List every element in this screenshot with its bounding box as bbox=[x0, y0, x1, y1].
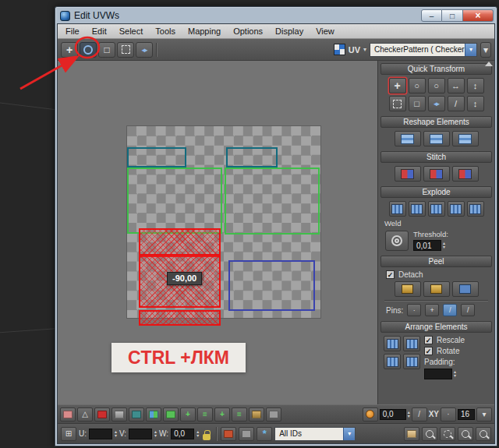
menu-view[interactable]: View bbox=[310, 25, 341, 38]
maximize-button[interactable]: □ bbox=[442, 9, 463, 22]
menu-tools[interactable]: Tools bbox=[149, 25, 182, 38]
shrink-selection-button[interactable]: + bbox=[214, 407, 230, 422]
falloff-shape-button[interactable]: △ bbox=[77, 407, 93, 422]
v-field[interactable] bbox=[129, 429, 152, 439]
material-id-filter-dropdown[interactable]: All IDs ▾ bbox=[274, 427, 356, 441]
lock-icon[interactable] bbox=[201, 428, 212, 440]
rescale-checkbox[interactable]: ✓ bbox=[424, 336, 433, 344]
uv-element-teal-right[interactable] bbox=[226, 147, 278, 168]
mirror-horizontal-button[interactable]: ◂▸ bbox=[428, 96, 445, 111]
peel-header[interactable]: Peel bbox=[380, 256, 492, 267]
mirror-tool-button[interactable]: ◂▸ bbox=[136, 42, 153, 58]
quick-peel-button[interactable] bbox=[395, 281, 421, 297]
align-to-edge-button[interactable]: / bbox=[448, 96, 465, 111]
uv-element-green-right[interactable] bbox=[225, 168, 320, 235]
pan-tool-button[interactable] bbox=[404, 427, 419, 441]
select-vertex-button[interactable] bbox=[129, 407, 144, 422]
texture-dropdown-arrow[interactable]: ▾ bbox=[465, 44, 476, 56]
rotate-tool-button[interactable] bbox=[80, 42, 97, 58]
menu-options[interactable]: Options bbox=[227, 25, 269, 38]
paint-select-button[interactable] bbox=[249, 407, 264, 422]
stitch-custom-button[interactable] bbox=[395, 166, 421, 182]
relax-tool-button[interactable] bbox=[423, 131, 450, 146]
arrange-elements-header[interactable]: Arrange Elements bbox=[380, 321, 492, 333]
edge-distance-button[interactable]: / bbox=[412, 407, 427, 422]
spacing-field[interactable]: 16 bbox=[458, 409, 475, 420]
uvw-space-dropdown-icon[interactable]: ▾ bbox=[363, 46, 366, 53]
u-spinner[interactable]: ▴ ▾ bbox=[115, 430, 117, 438]
grow-selection-button[interactable]: + bbox=[180, 407, 196, 422]
pack-together-button[interactable] bbox=[403, 354, 420, 369]
paint-soft-selection-button[interactable] bbox=[94, 407, 110, 422]
quick-transform-header[interactable]: Quick Transform bbox=[380, 63, 492, 75]
menu-edit[interactable]: Edit bbox=[86, 25, 113, 38]
grid-snap-button[interactable]: * bbox=[257, 427, 272, 441]
zoom-tool-button[interactable] bbox=[422, 427, 437, 441]
uv-element-teal-left[interactable] bbox=[127, 147, 186, 168]
menu-select[interactable]: Select bbox=[113, 25, 150, 38]
pin-add-button[interactable]: + bbox=[425, 304, 439, 316]
align-vertical-button[interactable]: ↕ bbox=[467, 78, 484, 93]
reshape-elements-header[interactable]: Reshape Elements bbox=[380, 116, 492, 128]
menu-mapping[interactable]: Mapping bbox=[182, 25, 227, 38]
menu-display[interactable]: Display bbox=[269, 25, 310, 38]
v-spinner[interactable]: ▴ ▾ bbox=[154, 430, 157, 438]
quick-move-button[interactable]: + bbox=[389, 78, 406, 93]
close-button[interactable]: × bbox=[463, 9, 494, 22]
selected-uv-element-top[interactable] bbox=[139, 228, 221, 257]
straighten-selection-button[interactable] bbox=[395, 131, 421, 146]
titlebar[interactable]: Edit UVWs – □ × bbox=[57, 7, 495, 23]
w-field[interactable]: 0,0 bbox=[171, 429, 194, 439]
ignore-backfacing-button[interactable] bbox=[111, 407, 127, 422]
pin-tool-button[interactable]: / bbox=[443, 304, 457, 316]
scale-tool-button[interactable]: □ bbox=[98, 42, 115, 58]
detach-edge-verts-button[interactable] bbox=[467, 201, 484, 217]
stitch-header[interactable]: Stitch bbox=[380, 151, 492, 163]
break-button[interactable] bbox=[448, 201, 465, 217]
freeform-gizmo-button[interactable] bbox=[389, 96, 406, 111]
threshold-field[interactable]: 0,01 bbox=[413, 240, 441, 251]
show-map-toggle[interactable] bbox=[334, 44, 345, 55]
zoom-to-selection-button[interactable] bbox=[476, 427, 491, 441]
rotate-checkbox[interactable]: ✓ bbox=[424, 347, 433, 355]
stitch-to-source-button[interactable] bbox=[423, 166, 450, 182]
zoom-extents-button[interactable] bbox=[458, 427, 473, 441]
uv-canvas[interactable]: -90,00 CTRL +ЛКМ bbox=[58, 61, 377, 404]
soft-selection-button[interactable] bbox=[60, 407, 76, 422]
uv-element-green-left[interactable] bbox=[127, 168, 222, 234]
panel-scroll-up-icon[interactable] bbox=[485, 62, 493, 66]
pack-normalize-button[interactable] bbox=[384, 336, 401, 351]
detach-checkbox[interactable]: ✓ bbox=[386, 270, 395, 279]
select-edge-loop-button[interactable]: ≡ bbox=[197, 407, 213, 422]
axis-options-button[interactable]: · bbox=[441, 407, 456, 422]
select-edge-ring-button[interactable]: ≡ bbox=[232, 407, 247, 422]
snap-toggle-button[interactable] bbox=[221, 427, 236, 441]
explode-header[interactable]: Explode bbox=[380, 186, 492, 198]
padding-spinner[interactable]: ▴ ▾ bbox=[454, 370, 456, 378]
w-spinner[interactable]: ▴ ▾ bbox=[196, 430, 199, 438]
pack-custom-button[interactable] bbox=[403, 336, 420, 351]
flatten-by-group-button[interactable] bbox=[409, 201, 426, 217]
select-edge-button[interactable] bbox=[146, 407, 161, 422]
ids-dropdown-arrow[interactable]: ▾ bbox=[343, 428, 355, 440]
rotate-ccw-button[interactable]: ○ bbox=[409, 78, 426, 93]
pin-remove-button[interactable]: / bbox=[461, 304, 475, 316]
pack-full-button[interactable] bbox=[384, 354, 401, 369]
falloff-value-field[interactable]: 0,0 bbox=[380, 409, 406, 420]
pixel-snap-button[interactable] bbox=[239, 427, 254, 441]
rectangularize-button[interactable] bbox=[452, 131, 479, 146]
peel-mode-button[interactable] bbox=[423, 281, 450, 297]
select-face-button[interactable] bbox=[163, 407, 179, 422]
align-horizontal-button[interactable]: ↔ bbox=[448, 78, 465, 93]
freeform-tool-button[interactable] bbox=[117, 42, 134, 58]
move-tool-button[interactable]: + bbox=[61, 42, 78, 58]
pelt-map-button[interactable] bbox=[452, 281, 479, 297]
target-weld-button[interactable] bbox=[385, 231, 409, 251]
space-vertical-button[interactable]: ↕ bbox=[467, 96, 484, 111]
scale-element-button[interactable]: □ bbox=[409, 96, 426, 111]
flatten-by-angle-button[interactable] bbox=[428, 201, 445, 217]
minimize-button[interactable]: – bbox=[421, 9, 442, 22]
pin-move-button[interactable]: · bbox=[407, 304, 421, 316]
threshold-spinner[interactable]: ▴ ▾ bbox=[443, 242, 445, 249]
stitch-to-target-button[interactable] bbox=[452, 166, 479, 182]
